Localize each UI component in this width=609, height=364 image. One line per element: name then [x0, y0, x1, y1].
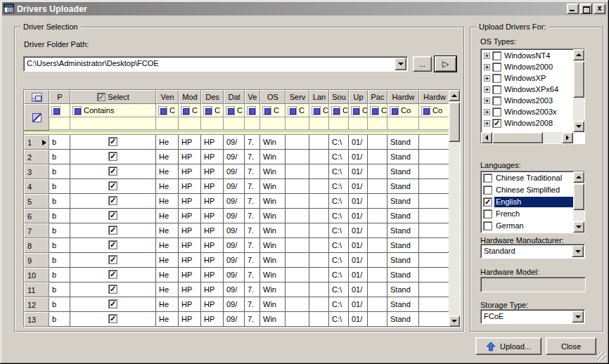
cell-ve[interactable]: 7.: [245, 164, 260, 179]
cell-select[interactable]: ✓: [70, 253, 156, 268]
cell-hardw2[interactable]: [419, 238, 450, 253]
cell-serv[interactable]: [286, 253, 309, 268]
cell-p[interactable]: b: [49, 223, 70, 238]
filter-condition-icon[interactable]: [312, 106, 321, 115]
vertical-scrollbar[interactable]: [449, 90, 460, 327]
cell-serv[interactable]: [286, 194, 309, 209]
close-window-button[interactable]: x: [594, 4, 605, 14]
cell-p[interactable]: b: [49, 135, 70, 150]
filter-cell-ve[interactable]: [245, 104, 260, 117]
cell-hardw2[interactable]: [419, 179, 450, 194]
cell-select[interactable]: ✓: [70, 179, 156, 194]
cell-ve[interactable]: 7.: [245, 179, 260, 194]
filter-condition-icon[interactable]: [351, 106, 360, 115]
cell-mod[interactable]: HP: [179, 209, 201, 223]
cell-serv[interactable]: [286, 223, 309, 238]
cell-des[interactable]: HP: [201, 312, 224, 327]
horizontal-scrollbar[interactable]: [481, 132, 573, 143]
grid-customize-icon[interactable]: [32, 93, 42, 102]
cell-p[interactable]: b: [49, 282, 70, 297]
filter-cell2-des[interactable]: [201, 117, 224, 130]
grid-header-cell-hardw2[interactable]: Hardw: [419, 90, 450, 104]
scroll-up-button[interactable]: [449, 90, 460, 101]
cell-hardw2[interactable]: [419, 253, 450, 268]
cell-dat[interactable]: 09/: [224, 223, 245, 238]
row-select-checkbox[interactable]: ✓: [108, 270, 117, 279]
cell-sou[interactable]: C:\: [329, 312, 349, 327]
grid-header-cell-sou[interactable]: Sou: [329, 90, 349, 104]
cell-serv[interactable]: [286, 135, 309, 150]
cell-mod[interactable]: HP: [179, 312, 201, 327]
cell-select[interactable]: ✓: [70, 150, 156, 164]
filter-cell-select[interactable]: Contains: [70, 104, 156, 117]
cell-ven[interactable]: He: [156, 164, 179, 179]
filter-condition-icon[interactable]: [421, 106, 430, 115]
filter-condition-icon[interactable]: [203, 106, 212, 115]
cell-pac[interactable]: [368, 209, 387, 223]
filter-cell-serv[interactable]: C: [286, 104, 309, 117]
cell-dat[interactable]: 09/: [224, 135, 245, 150]
vertical-scrollbar[interactable]: [573, 171, 584, 233]
cell-mod[interactable]: HP: [179, 135, 201, 150]
filter-text-pac[interactable]: C: [381, 106, 387, 115]
cell-dat[interactable]: 09/: [224, 282, 245, 297]
row-header[interactable]: 4: [24, 179, 49, 194]
cell-serv[interactable]: [286, 268, 309, 282]
cell-dat[interactable]: 09/: [224, 268, 245, 282]
row-header[interactable]: 11: [24, 282, 49, 297]
cell-mod[interactable]: HP: [179, 223, 201, 238]
filter-text-serv[interactable]: C: [299, 106, 304, 115]
cell-up[interactable]: 01/: [349, 268, 368, 282]
row-header[interactable]: 5: [24, 194, 49, 209]
cell-lan[interactable]: [309, 253, 329, 268]
storage-type-combobox[interactable]: FCoE: [480, 309, 585, 324]
os-type-item[interactable]: ✓Windows2008: [481, 117, 573, 129]
cell-sou[interactable]: C:\: [329, 238, 349, 253]
cell-lan[interactable]: [309, 194, 329, 209]
cell-pac[interactable]: [368, 223, 387, 238]
cell-ve[interactable]: 7.: [245, 268, 260, 282]
cell-sou[interactable]: C:\: [329, 150, 349, 164]
cell-mod[interactable]: HP: [179, 282, 201, 297]
filter-cell-pac[interactable]: C: [368, 104, 387, 117]
row-select-checkbox[interactable]: ✓: [108, 285, 117, 294]
language-item[interactable]: Chinese Simplified: [481, 184, 573, 196]
cell-p[interactable]: b: [49, 209, 70, 223]
cell-des[interactable]: HP: [201, 253, 224, 268]
row-header[interactable]: 10: [24, 268, 49, 282]
cell-mod[interactable]: HP: [179, 179, 201, 194]
cell-p[interactable]: b: [49, 312, 70, 327]
cell-pac[interactable]: [368, 238, 387, 253]
cell-des[interactable]: HP: [201, 135, 224, 150]
cell-sou[interactable]: C:\: [329, 297, 349, 312]
filter-condition-icon[interactable]: [72, 106, 82, 115]
cell-os[interactable]: Win: [260, 135, 286, 150]
cell-os[interactable]: Win: [260, 297, 286, 312]
cell-ven[interactable]: He: [156, 238, 179, 253]
cell-mod[interactable]: HP: [179, 150, 201, 164]
row-select-checkbox[interactable]: ✓: [108, 255, 117, 264]
cell-des[interactable]: HP: [201, 297, 224, 312]
os-type-checkbox[interactable]: [492, 108, 501, 117]
filter-condition-icon[interactable]: [181, 106, 190, 115]
cell-ven[interactable]: He: [156, 194, 179, 209]
cell-sou[interactable]: C:\: [329, 209, 349, 223]
filter-text-os[interactable]: C: [274, 106, 279, 115]
language-item[interactable]: Chinese Traditional: [481, 172, 573, 184]
cell-hardw2[interactable]: [419, 282, 450, 297]
cell-dat[interactable]: 09/: [224, 253, 245, 268]
cell-hardw2[interactable]: [419, 135, 450, 150]
scrollbar-thumb[interactable]: [573, 61, 584, 98]
grid-row[interactable]: 11b✓HeHPHP09/7.WinC:\01/Stand: [24, 282, 450, 297]
os-type-checkbox[interactable]: ✓: [492, 119, 501, 128]
upload-button[interactable]: Upload...: [475, 337, 541, 355]
os-type-checkbox[interactable]: [492, 63, 501, 72]
filter-cell-hardw2[interactable]: Co: [419, 104, 450, 117]
filter-text-lan[interactable]: C: [323, 106, 328, 115]
cell-os[interactable]: Win: [260, 194, 286, 209]
row-header[interactable]: 9: [24, 253, 49, 268]
cell-des[interactable]: HP: [201, 150, 224, 164]
language-label[interactable]: English: [494, 197, 573, 207]
cell-pac[interactable]: [368, 179, 387, 194]
cell-up[interactable]: 01/: [349, 223, 368, 238]
